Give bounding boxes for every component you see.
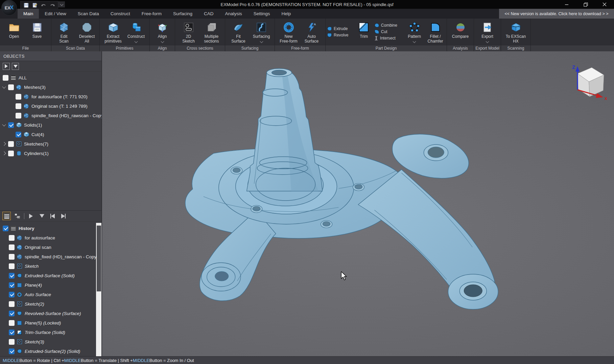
history-scrollbar-thumb[interactable]	[97, 226, 101, 291]
menu-tab-main[interactable]: Main	[18, 9, 39, 19]
history-item[interactable]: Extruded-Surface (Solid)	[0, 271, 101, 280]
compare-button[interactable]: Compare	[449, 19, 472, 45]
tree-item-meshes[interactable]: Meshes(3)	[0, 82, 101, 92]
checkbox[interactable]	[9, 254, 15, 260]
checkbox[interactable]	[9, 244, 15, 250]
play-button[interactable]	[27, 212, 35, 220]
list-view-button[interactable]	[2, 212, 11, 220]
checkbox[interactable]	[9, 273, 15, 279]
combine-button[interactable]: Combine	[375, 23, 403, 28]
pattern-button[interactable]: Pattern	[405, 19, 424, 45]
deselect-all-button[interactable]: Deselect All	[75, 19, 98, 45]
expand-all-icon[interactable]	[3, 63, 10, 70]
menu-tab-help[interactable]: Help	[276, 9, 297, 19]
history-item[interactable]: spindle_fixed (HD)_rawscan - Copy	[0, 252, 101, 261]
new-free-form-button[interactable]: New Free-form	[277, 19, 300, 45]
go-last-button[interactable]	[59, 212, 68, 220]
tree-item-solids[interactable]: Solids(1)	[0, 120, 101, 130]
menu-tab-surfacing[interactable]: Surfacing	[167, 9, 198, 19]
surfacing-button[interactable]: Surfacing	[250, 19, 273, 45]
checkbox[interactable]	[3, 75, 8, 81]
menu-tab-edit-view[interactable]: Edit / View	[39, 9, 72, 19]
history-scrollbar[interactable]	[96, 223, 101, 356]
multiple-sections-button[interactable]: Multiple sections	[200, 19, 223, 45]
open-button[interactable]: Open	[3, 19, 26, 45]
checkbox[interactable]	[9, 235, 15, 241]
filter-icon[interactable]	[12, 63, 19, 70]
chevron-right-icon[interactable]	[2, 151, 6, 155]
align-button[interactable]: Align	[151, 19, 174, 45]
update-banner[interactable]: << New version is available. Click here …	[499, 9, 614, 19]
checkbox[interactable]	[8, 141, 14, 147]
chevron-down-icon[interactable]	[2, 85, 6, 88]
history-item[interactable]: for autosurface	[0, 233, 101, 242]
redo-icon[interactable]	[49, 2, 56, 8]
tree-view-button[interactable]	[13, 212, 22, 220]
checkbox[interactable]	[16, 132, 21, 137]
to-exscan-hx-button[interactable]: To EXScan HX	[502, 19, 530, 45]
checkbox[interactable]	[9, 339, 15, 345]
menu-tab-settings[interactable]: Settings	[248, 9, 276, 19]
cut-button[interactable]: Cut	[375, 29, 403, 34]
filter-down-button[interactable]	[38, 212, 46, 220]
edit-scan-button[interactable]: Edit Scan	[52, 19, 75, 45]
2d-sketch-button[interactable]: 2D Sketch	[177, 19, 200, 45]
tree-item-all[interactable]: ALL	[0, 73, 101, 82]
history-item[interactable]: Auto Surface	[0, 290, 101, 299]
viewport-3d[interactable]: Z x	[102, 51, 614, 356]
checkbox[interactable]	[9, 311, 15, 316]
menu-tab-cad[interactable]: CAD	[198, 9, 219, 19]
history-item[interactable]: Trim-Surface (Solid)	[0, 328, 101, 337]
save-button[interactable]: Save	[26, 19, 49, 45]
extract-primitives-button[interactable]: Extract primitives	[102, 19, 125, 45]
checkbox[interactable]	[9, 320, 15, 326]
history-item[interactable]: Original scan	[0, 242, 101, 252]
checkbox[interactable]	[16, 103, 21, 109]
checkbox[interactable]	[3, 226, 8, 231]
undo-icon[interactable]	[40, 2, 47, 8]
checkbox[interactable]	[16, 94, 21, 100]
checkbox[interactable]	[16, 113, 21, 119]
quick-access-more-icon[interactable]	[58, 1, 65, 7]
checkbox[interactable]	[9, 282, 15, 288]
spindle-3d-model[interactable]	[102, 51, 614, 356]
history-item[interactable]: Extruded-Surface(2) (Solid)	[0, 346, 101, 356]
checkbox[interactable]	[9, 263, 15, 269]
restore-button[interactable]	[576, 0, 595, 9]
checkbox[interactable]	[8, 122, 14, 128]
checkbox[interactable]	[9, 292, 15, 297]
save-icon[interactable]	[23, 2, 29, 8]
tree-item-spindle-fixed[interactable]: spindle_fixed (HD)_rawscan - Copy	[0, 111, 101, 120]
checkbox[interactable]	[9, 330, 15, 335]
auto-surface-button[interactable]: A Auto Surface	[300, 19, 323, 45]
menu-tab-analysis[interactable]: Analysis	[219, 9, 247, 19]
export-button[interactable]: Export	[476, 19, 499, 45]
axis-triad[interactable]: Z x	[565, 60, 609, 102]
extrude-button[interactable]: Extrude	[327, 26, 353, 31]
history-item[interactable]: Revolved-Surface (Surface)	[0, 309, 101, 318]
tree-item-cylinders[interactable]: Cylinders(1)	[0, 149, 101, 158]
tree-item-cut[interactable]: Cut(4)	[0, 130, 101, 139]
close-button[interactable]	[595, 0, 614, 9]
menu-tab-construct[interactable]: Construct	[105, 9, 136, 19]
revolve-button[interactable]: Revolve	[327, 33, 353, 37]
history-item[interactable]: Plane(5) (Locked)	[0, 318, 101, 328]
tree-item-original-scan[interactable]: Original scan (T: 1 249 789)	[0, 101, 101, 111]
minimize-button[interactable]	[557, 0, 576, 9]
save-as-icon[interactable]	[31, 2, 38, 8]
history-item[interactable]: Sketch	[0, 261, 101, 271]
construct-button[interactable]: Construct	[125, 19, 148, 45]
chevron-right-icon[interactable]	[2, 142, 6, 146]
tree-item-sketches[interactable]: Sketches(7)	[0, 139, 101, 149]
fillet-chamfer-button[interactable]: Fillet / Chamfer	[424, 19, 447, 45]
checkbox[interactable]	[8, 151, 14, 156]
app-logo[interactable]: EXX	[1, 0, 17, 16]
go-first-button[interactable]	[48, 212, 57, 220]
chevron-down-icon[interactable]	[2, 123, 6, 126]
tree-item-for-autosurface[interactable]: for autosurface (T: 771 920)	[0, 92, 101, 101]
checkbox[interactable]	[9, 301, 15, 307]
history-item-history[interactable]: History	[0, 224, 101, 233]
history-item[interactable]: Sketch(3)	[0, 337, 101, 346]
menu-tab-scan-data[interactable]: Scan Data	[72, 9, 105, 19]
history-item[interactable]: Sketch(2)	[0, 299, 101, 309]
